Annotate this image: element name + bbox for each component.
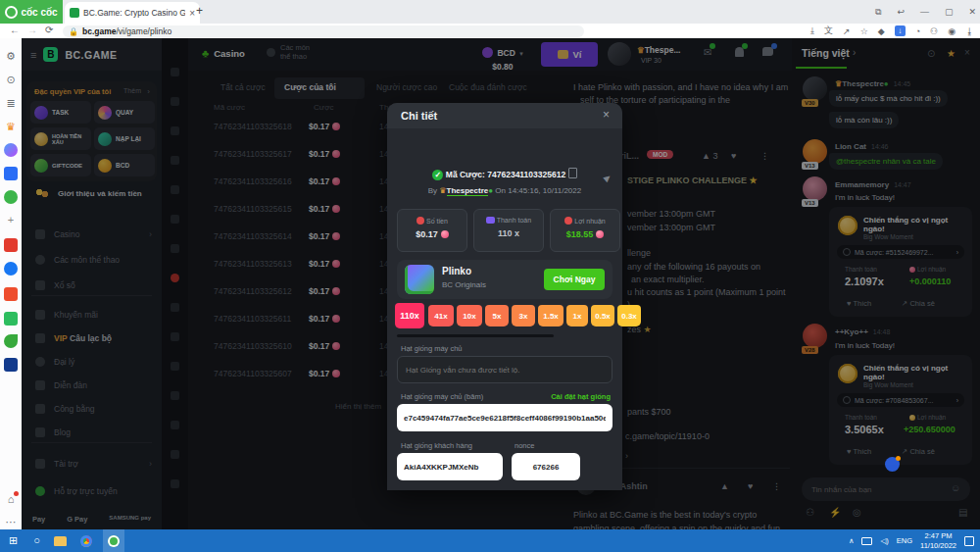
screen: cốc cốc BC.Game: Crypto Casino Gar × + ⧉… (0, 0, 980, 552)
restore-tab-icon[interactable]: ↩ (897, 7, 905, 17)
share-icon[interactable]: ↗ (843, 26, 851, 36)
money-bag-icon (416, 217, 424, 225)
browser-tab-bar: cốc cốc BC.Game: Crypto Casino Gar × + ⧉… (0, 0, 980, 24)
tray-expand-icon[interactable]: ∧ (849, 536, 855, 545)
stat-amount: Số tiền $0.17 (397, 209, 467, 252)
coins-icon (564, 217, 572, 225)
download-plus-icon[interactable]: ⤓ (810, 25, 814, 36)
nonce-input[interactable] (512, 453, 580, 480)
settings-gear-icon[interactable]: ⚙ (4, 49, 18, 63)
plinko-thumbnail[interactable] (405, 265, 434, 294)
chrome-icon[interactable] (78, 533, 93, 548)
messenger-icon[interactable] (4, 143, 18, 157)
stat-payout: Thanh toán 110 x (473, 209, 544, 252)
windows-taskbar: ⊞ ○ ∧ ◁) ENG 2:47 PM11/10/2022 (0, 529, 980, 552)
pip-icon[interactable]: ⧉ (875, 7, 881, 18)
bcd-coin-icon (441, 230, 449, 238)
file-explorer-icon[interactable] (54, 533, 69, 548)
bookmark-star-icon[interactable]: ☆ (860, 26, 868, 36)
back-icon[interactable]: ← (10, 25, 20, 35)
coccoc-taskbar-icon[interactable] (103, 529, 124, 552)
hashed-seed-input[interactable] (397, 404, 612, 431)
history-clock-icon[interactable]: ⊙ (4, 73, 18, 86)
coccoc-brand-text: cốc cốc (21, 7, 57, 18)
newsfeed-icon[interactable]: ≣ (4, 96, 18, 110)
game-name: Plinko (442, 266, 471, 276)
close-icon[interactable]: ✕ (968, 7, 976, 17)
tab-favicon-icon (70, 8, 79, 18)
multiplier-chip[interactable]: 3x (512, 305, 535, 326)
stat-profit: Lợi nhuận $18.55 (550, 209, 620, 252)
youtube-icon[interactable] (4, 238, 18, 252)
bet-id-line: ✓ Mã Cược: 74762341103325612 (387, 168, 622, 180)
downloads-tray-icon[interactable]: ⭳ (965, 26, 974, 36)
more-dots-icon[interactable]: ⋯ (4, 515, 18, 528)
server-seed-label: Hạt giống máy chủ (401, 344, 463, 353)
multiplier-chip[interactable]: 10x (457, 305, 482, 326)
store-icon[interactable] (4, 312, 18, 326)
client-seed-input[interactable] (397, 453, 503, 480)
start-icon[interactable]: ⊞ (6, 533, 21, 548)
multiplier-chip[interactable]: 41x (428, 305, 454, 326)
facebook-icon[interactable] (4, 262, 18, 276)
action-center-icon[interactable] (964, 536, 974, 546)
author-link[interactable]: Thespectre (447, 186, 489, 196)
idm-download-icon[interactable]: ↓ (895, 25, 906, 36)
notification-bell-icon[interactable]: ⌂ (4, 492, 18, 506)
url-host: bc.game (82, 26, 117, 36)
forward-icon[interactable]: → (27, 25, 37, 35)
browser-tab[interactable]: BC.Game: Crypto Casino Gar × (65, 2, 200, 24)
crown-icon: ♛ (439, 186, 446, 195)
coccoc-logo[interactable]: cốc cốc (0, 0, 63, 24)
game-provider[interactable]: BC Originals (442, 280, 486, 289)
server-seed-input[interactable] (397, 356, 612, 383)
adblock-shield-icon[interactable]: ◆ (878, 26, 885, 36)
modal-close-icon[interactable]: × (603, 108, 610, 122)
htv-icon[interactable] (4, 358, 18, 372)
bet-author-line: By ♛Thespectre● On 14:45:16, 10/11/2022 (387, 186, 622, 195)
cursor-indicator (885, 457, 900, 472)
games-gamepad-icon[interactable] (4, 190, 18, 204)
network-icon[interactable] (861, 537, 872, 545)
chips-scrollbar[interactable] (397, 334, 554, 337)
notification-extension-icon[interactable]: ◔ (915, 26, 920, 36)
maximize-icon[interactable]: ▢ (945, 7, 954, 17)
new-tab-button[interactable]: + (196, 4, 203, 18)
volume-icon[interactable]: ◁) (880, 536, 888, 545)
bet-id-value[interactable]: 74762341103325612 (487, 170, 565, 179)
add-plus-icon[interactable]: + (4, 213, 18, 226)
bet-details-modal: Chi tiết × ► ✓ Mã Cược: 7476234110332561… (387, 103, 622, 490)
shopee-icon[interactable] (4, 287, 18, 301)
reload-icon[interactable]: ⟳ (45, 25, 53, 35)
verified-check-icon: ✓ (432, 170, 443, 180)
tab-title: BC.Game: Crypto Casino Gar (83, 8, 185, 18)
payout-card-icon (486, 217, 495, 224)
search-icon[interactable]: ○ (29, 533, 44, 548)
seed-settings-link[interactable]: Cài đặt hạt giống (551, 392, 611, 401)
hashed-seed-label: Hạt giống máy chủ (băm) (401, 392, 483, 401)
multiplier-chip[interactable]: 5x (485, 305, 509, 326)
profiles-icon[interactable]: ⚇ (930, 26, 938, 36)
coccoc-side-rail: ⚙ ⊙ ≣ ♛ + ⌂ ⋯ (0, 38, 23, 529)
account-icon[interactable]: ◉ (948, 26, 956, 36)
multiplier-chip[interactable]: 1.5x (538, 305, 564, 326)
copy-icon[interactable] (568, 168, 577, 178)
turtle-icon: ● (488, 186, 493, 195)
keyboard-language[interactable]: ENG (897, 536, 912, 545)
translate-icon[interactable]: 文 (824, 25, 833, 37)
url-path: /vi/game/plinko (116, 26, 172, 36)
multiplier-chip[interactable]: 110x (395, 303, 424, 328)
multiplier-chip[interactable]: 1x (566, 305, 588, 326)
leaf-icon[interactable] (4, 334, 18, 348)
address-field[interactable]: 🔒 bc.game/vi/game/plinko (63, 25, 584, 37)
vip-crown-icon[interactable]: ♛ (4, 120, 18, 133)
play-now-button[interactable]: Chơi Ngay (544, 269, 605, 290)
client-seed-label: Hạt giống khách hàng (401, 441, 472, 450)
tab-close-icon[interactable]: × (189, 8, 195, 19)
minimize-icon[interactable]: — (920, 7, 929, 17)
tv-icon[interactable] (4, 167, 18, 180)
multiplier-chip[interactable]: 0.5x (591, 305, 614, 326)
multiplier-chip[interactable]: 0.3x (617, 305, 641, 326)
modal-header: Chi tiết × (387, 103, 622, 128)
clock[interactable]: 2:47 PM11/10/2022 (920, 531, 956, 550)
